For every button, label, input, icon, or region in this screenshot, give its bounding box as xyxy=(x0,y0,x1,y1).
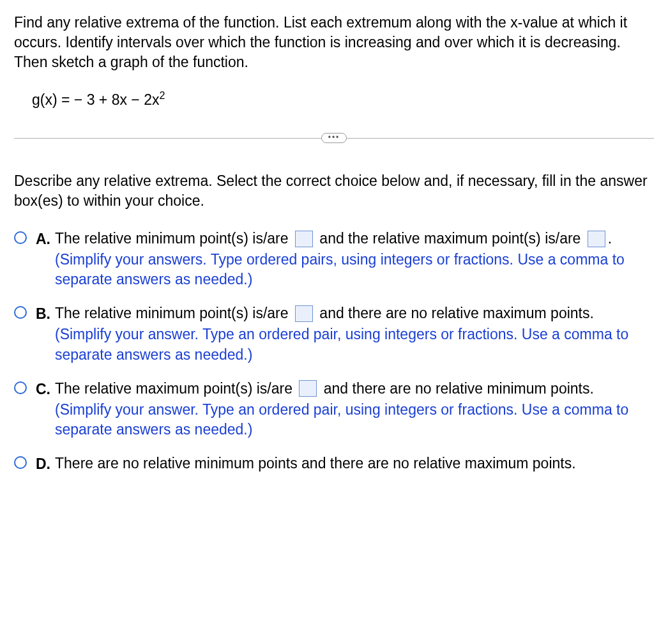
radio-d[interactable] xyxy=(14,456,27,469)
formula-exponent: 2 xyxy=(159,89,165,101)
choice-c-text-1: The relative maximum point(s) is/are xyxy=(55,380,296,397)
choice-b-body: The relative minimum point(s) is/are and… xyxy=(55,303,654,364)
formula-lhs: g(x) = xyxy=(32,91,74,108)
choice-a-hint: (Simplify your answers. Type ordered pai… xyxy=(55,250,654,289)
choice-b-text-1: The relative minimum point(s) is/are xyxy=(55,305,292,321)
choice-c: C. The relative maximum point(s) is/are … xyxy=(14,379,654,440)
choice-a-text-3: . xyxy=(608,230,612,247)
radio-c[interactable] xyxy=(14,381,27,394)
choice-a-input-1[interactable] xyxy=(295,231,313,247)
choice-d-body: There are no relative minimum points and… xyxy=(55,454,654,473)
choice-a-text-2: and the relative maximum point(s) is/are xyxy=(319,230,584,247)
choice-d-label: D. xyxy=(36,454,55,474)
choice-a-input-2[interactable] xyxy=(588,231,605,247)
choice-a: A. The relative minimum point(s) is/are … xyxy=(14,229,654,289)
choice-b: B. The relative minimum point(s) is/are … xyxy=(14,303,654,364)
divider-line-left xyxy=(14,138,321,139)
choice-b-input-1[interactable] xyxy=(295,305,313,322)
divider-line-right xyxy=(347,138,654,139)
choice-d-text: There are no relative minimum points and… xyxy=(55,455,576,471)
choice-b-label: B. xyxy=(36,304,55,324)
choice-c-label: C. xyxy=(36,379,55,399)
choice-a-text-1: The relative minimum point(s) is/are xyxy=(55,230,292,247)
choice-a-label: A. xyxy=(36,229,55,249)
function-formula: g(x) = − 3 + 8x − 2x2 xyxy=(32,90,654,110)
section-divider: ••• xyxy=(14,133,654,143)
choice-c-hint: (Simplify your answer. Type an ordered p… xyxy=(55,400,654,440)
choice-d: D. There are no relative minimum points … xyxy=(14,454,654,474)
question-prompt: Find any relative extrema of the functio… xyxy=(14,13,654,72)
choice-c-text-2: and there are no relative minimum points… xyxy=(324,380,594,397)
expand-pill[interactable]: ••• xyxy=(321,133,347,143)
formula-rhs: − 3 + 8x − 2x xyxy=(74,91,160,108)
choice-c-body: The relative maximum point(s) is/are and… xyxy=(55,379,654,440)
choice-a-body: The relative minimum point(s) is/are and… xyxy=(55,229,654,289)
radio-a[interactable] xyxy=(14,231,27,244)
radio-b[interactable] xyxy=(14,306,27,319)
choice-b-hint: (Simplify your answer. Type an ordered p… xyxy=(55,325,654,364)
answer-instruction: Describe any relative extrema. Select th… xyxy=(14,171,654,211)
choice-c-input-1[interactable] xyxy=(299,380,317,397)
choice-b-text-2: and there are no relative maximum points… xyxy=(319,305,594,321)
